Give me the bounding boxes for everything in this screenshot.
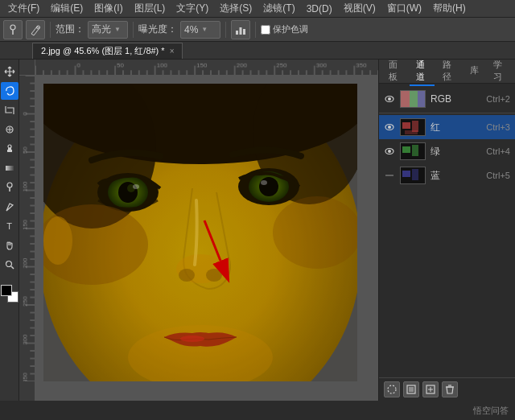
- menu-help[interactable]: 帮助(H): [428, 0, 471, 17]
- channel-save-btn[interactable]: [403, 381, 419, 397]
- channel-row-red[interactable]: 红 Ctrl+3: [379, 115, 515, 139]
- channel-divider-1: [379, 113, 515, 113]
- channel-row-rgb[interactable]: RGB Ctrl+2: [379, 87, 515, 111]
- svg-rect-57: [402, 146, 410, 153]
- canvas-area[interactable]: [19, 60, 378, 401]
- channel-thumbnail-blue: [400, 167, 426, 184]
- tool-lasso[interactable]: [1, 82, 19, 100]
- tool-crop[interactable]: [1, 101, 19, 119]
- svg-rect-5: [243, 29, 245, 35]
- svg-rect-45: [401, 91, 410, 108]
- exposure-label: 曝光度：: [138, 23, 177, 36]
- tool-pen[interactable]: [1, 198, 19, 216]
- menu-window[interactable]: 窗口(W): [382, 0, 426, 17]
- svg-line-17: [11, 266, 14, 269]
- menu-edit[interactable]: 编辑(E): [46, 0, 88, 17]
- svg-rect-58: [412, 145, 418, 156]
- svg-point-43: [388, 97, 391, 101]
- protect-checkbox-label[interactable]: 保护色调: [261, 23, 308, 35]
- channel-name-red: 红: [431, 121, 481, 134]
- menu-select[interactable]: 选择(S): [215, 0, 257, 17]
- toolbar-separator-4: [255, 22, 256, 38]
- canvas-content[interactable]: [35, 76, 378, 401]
- svg-rect-53: [405, 130, 418, 134]
- tool-move[interactable]: [1, 63, 19, 80]
- panel-tab-learn[interactable]: 学习: [487, 57, 513, 86]
- channel-row-green[interactable]: 绿 Ctrl+4: [379, 139, 515, 163]
- range-value: 高光: [92, 23, 111, 36]
- menu-text[interactable]: 文字(Y): [171, 0, 213, 17]
- exposure-value: 4%: [184, 24, 198, 35]
- tool-heal[interactable]: [1, 121, 19, 138]
- toolbar-separator-3: [225, 22, 226, 38]
- toolbar: 范围： 高光 ▼ 曝光度： 4% ▼ 保护色调: [0, 18, 515, 42]
- channel-thumbnail-rgb: [400, 90, 426, 108]
- channel-eye-green[interactable]: [384, 146, 395, 157]
- channel-shortcut-red: Ctrl+3: [486, 122, 510, 132]
- panel-tab-paths[interactable]: 路径: [436, 57, 462, 86]
- channel-name-green: 绿: [431, 145, 481, 159]
- svg-rect-4: [240, 27, 242, 35]
- panel-tab-channels[interactable]: 通道: [410, 57, 435, 86]
- toolbar-btn-histogram[interactable]: [231, 20, 250, 39]
- exposure-dropdown-arrow: ▼: [201, 26, 208, 33]
- channel-new-btn[interactable]: [422, 381, 439, 397]
- svg-rect-47: [418, 91, 426, 108]
- channels-content: RGB Ctrl+2 红 Ctrl+3: [379, 84, 515, 377]
- svg-rect-62: [412, 169, 418, 180]
- channel-eye-red[interactable]: [384, 121, 395, 133]
- menu-image[interactable]: 图像(I): [89, 0, 127, 17]
- tool-text[interactable]: T: [1, 217, 19, 235]
- panel-tab-library[interactable]: 库: [464, 63, 485, 80]
- right-panel: 面板 通道 路径 库 学习 RGB Ctrl+2: [378, 60, 515, 401]
- channel-delete-btn[interactable]: [442, 381, 458, 397]
- tool-hand[interactable]: [1, 237, 19, 254]
- svg-rect-61: [402, 171, 410, 177]
- panel-tab-panel[interactable]: 面板: [382, 57, 408, 86]
- svg-rect-13: [6, 166, 14, 171]
- tool-dodge-left[interactable]: [1, 179, 19, 196]
- menu-bar: 文件(F) 编辑(E) 图像(I) 图层(L) 文字(Y) 选择(S) 滤镜(T…: [0, 0, 515, 18]
- svg-point-27: [133, 184, 139, 189]
- active-tab[interactable]: 2.jpg @ 45.6% (图层 1, 红/8#) * ×: [32, 43, 183, 59]
- svg-rect-10: [7, 150, 12, 152]
- channel-shortcut-rgb: Ctrl+2: [486, 94, 510, 104]
- ruler-top: [35, 60, 378, 76]
- range-dropdown[interactable]: 高光 ▼: [88, 21, 128, 39]
- svg-point-14: [7, 183, 12, 187]
- channel-row-blue[interactable]: 蓝 Ctrl+5: [379, 163, 515, 187]
- svg-point-0: [10, 25, 15, 30]
- toolbar-btn-brush[interactable]: [26, 20, 45, 39]
- tool-gradient[interactable]: [1, 159, 19, 177]
- channel-eye-blue[interactable]: [384, 170, 395, 181]
- channel-eye-rgb[interactable]: [384, 93, 395, 105]
- menu-filter[interactable]: 滤镜(T): [258, 0, 299, 17]
- channel-name-blue: 蓝: [431, 169, 481, 183]
- menu-layer[interactable]: 图层(L): [130, 0, 171, 17]
- toolbar-btn-dodge[interactable]: [3, 20, 23, 39]
- exposure-dropdown[interactable]: 4% ▼: [180, 21, 220, 39]
- channel-name-rgb: RGB: [431, 93, 481, 105]
- svg-line-6: [7, 93, 9, 95]
- menu-view[interactable]: 视图(V): [339, 0, 381, 17]
- channel-thumbnail-red: [400, 118, 426, 136]
- svg-point-36: [273, 196, 357, 269]
- tool-stamp[interactable]: [1, 140, 19, 158]
- menu-file[interactable]: 文件(F): [3, 0, 44, 17]
- channel-shortcut-blue: Ctrl+5: [486, 171, 510, 180]
- toolbar-separator-1: [50, 22, 51, 38]
- channel-thumbnail-green: [400, 142, 426, 160]
- protect-checkbox[interactable]: [261, 25, 270, 35]
- tab-close-btn[interactable]: ×: [170, 47, 175, 56]
- svg-point-12: [8, 145, 11, 148]
- svg-rect-52: [412, 121, 418, 132]
- svg-point-49: [388, 126, 391, 129]
- svg-point-31: [261, 180, 267, 185]
- svg-point-34: [206, 269, 222, 282]
- color-swatch-area[interactable]: [1, 285, 19, 303]
- tool-zoom[interactable]: [1, 256, 19, 274]
- foreground-color-swatch[interactable]: [1, 285, 12, 296]
- menu-3d[interactable]: 3D(D): [302, 2, 337, 16]
- watermark: 悟空问答: [473, 405, 509, 417]
- channel-load-btn[interactable]: [384, 381, 400, 397]
